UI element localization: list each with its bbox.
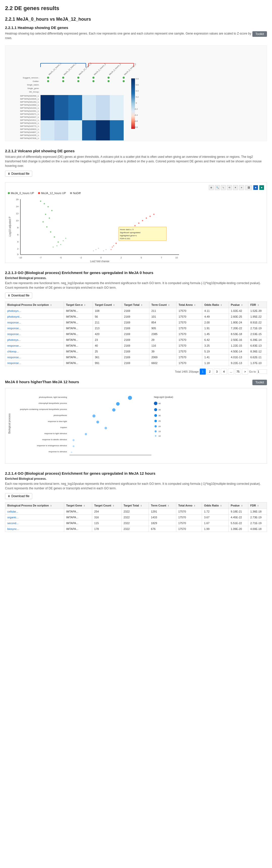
legend-val-n04: -0.4 (134, 114, 138, 116)
page-btn-3[interactable]: 3 (214, 369, 220, 375)
go-down-cell-0-6: 1.72 (202, 509, 229, 515)
go-up-cell-4-0: response... (5, 331, 64, 337)
row-label-15: IMPTAPA(N26773_1- (20, 125, 39, 127)
toolkit-button[interactable]: Toolkit (252, 31, 267, 37)
vp-gray-4 (93, 250, 94, 251)
go-up-cell-7-1: IMTAPA... (64, 349, 93, 354)
vp-gray-2 (98, 248, 99, 249)
page-btn-1[interactable]: 1 (200, 369, 206, 375)
tool-btn-blue[interactable]: ■ (253, 185, 258, 190)
go-down-download-button[interactable]: Download file (5, 493, 32, 499)
legend-item-2: MeJA_12_hours UP (38, 192, 66, 195)
row-label-16: IMPTAPA(N30833_1- (20, 128, 39, 130)
tool-btn-4[interactable]: ⟲ (227, 185, 232, 190)
go-down-cell-0-3: 2322 (122, 509, 149, 515)
go-up-cell-0-7: 1.02E-42 (229, 308, 248, 314)
bp-label-1: chlorophyll biosynthetic process (38, 402, 67, 404)
go-up-cell-7-3: 2169 (122, 349, 149, 354)
dp-dot-8 (73, 445, 74, 447)
volcano-legend: MeJA_0_hours UP MeJA_12_hours UP NoDiff (8, 192, 264, 195)
go-up-cell-5-1: IMTAPA... (64, 337, 93, 343)
tool-btn-1[interactable]: ⊕ (209, 185, 214, 190)
sort-icon-7: ⇕ (241, 304, 243, 306)
go-down-cell-0-7: 9.18E-21 (229, 509, 248, 515)
tool-btn-2[interactable]: 🔍 (215, 185, 220, 190)
go-up-cell-0-2: 108 (93, 308, 122, 314)
y-axis-title: -Log10 adjusted P (8, 217, 11, 237)
col-label-2: MeJA_12_hours_2 (78, 62, 92, 75)
legend-label-nodiff: NoDiff (73, 192, 80, 195)
row-label-1: Outlier- (33, 80, 39, 83)
volcano-download-button[interactable]: Download file (5, 171, 32, 177)
go-down-table-head: Biological Process De scription ⇕ Target… (5, 502, 267, 509)
pagination-total: Total 1465 (175, 370, 188, 373)
heatcell-light-5 (55, 120, 68, 141)
dp-legend-val-15: 15 (159, 430, 161, 433)
go-up-cell-6-7: 1.22E-15 (229, 343, 248, 349)
go-up-download-button[interactable]: Download file (5, 292, 32, 299)
tool-btn-7[interactable]: 🖼 (245, 185, 252, 190)
col-bio-process-d: Biological Process De scription ⇕ (5, 502, 64, 509)
heatmap-svg: Suggest_remove-- Outlier- Single_batch- … (8, 48, 264, 141)
go-up-cell-3-8: 2.71E-19 (248, 326, 267, 331)
dp-dot-1 (116, 402, 120, 406)
tool-btn-5[interactable]: ✕ (233, 185, 238, 190)
heatcell-light-2 (96, 95, 110, 120)
col-target-count: Target Count ⇕ (93, 302, 122, 308)
page-btn-2[interactable]: 2 (207, 369, 213, 375)
dp-legend-dot-35 (154, 408, 157, 411)
tool-btn-6[interactable]: ≡ (239, 185, 244, 190)
legend-dot-up2 (38, 192, 40, 194)
page-btn-next[interactable]: > (242, 369, 248, 375)
dp-legend-val-10: 10 (159, 435, 161, 437)
tool-btn-3[interactable]: ⤡ (221, 185, 226, 190)
go-up-cell-9-1: IMTAPA... (64, 360, 93, 366)
sort-icon-d7: ⇕ (241, 505, 243, 507)
tooltip-text-4: FDR=0.001 (120, 238, 131, 240)
go-up-cell-7-0: chlorop... (5, 349, 64, 354)
go-up-cell-5-2: 23 (93, 337, 122, 343)
row-label-5: IMPTAPA(N62590_1- (20, 95, 39, 97)
go-down-cell-3-3: 2322 (122, 526, 149, 532)
vp-green-10 (44, 203, 45, 205)
y-tick-8: 8- (17, 226, 19, 229)
go-up-header-row: Biological Process De scription ⇕ Target… (5, 302, 267, 308)
go-down-cell-0-8: 1.36E-18 (248, 509, 267, 515)
go-down-cell-1-6: 3.67 (202, 515, 229, 520)
go-up-cell-1-1: IMTAPA... (64, 314, 93, 320)
volcano-title: 2.2.1.2 Volcano plot showing DE genes (5, 149, 267, 153)
col-label-1: MeJA_12_hours_1 (63, 62, 77, 75)
col-odds-ratio: Odds Ratio ⇕ (202, 302, 229, 308)
legend-dot-nodiff (70, 192, 72, 194)
bp-label-2: porphyrin-containing compound biosynthet… (20, 408, 67, 410)
go-down-cell-3-5: 17570 (176, 526, 202, 532)
y-tick-0: 0- (17, 253, 19, 256)
go-up-cell-9-5: 17570 (176, 360, 202, 366)
go-up-cell-6-8: 6.83E-13 (248, 343, 267, 349)
x-tick-n5: -5 (60, 256, 62, 259)
dp-legend-dot-15 (155, 430, 157, 432)
page-btn-4[interactable]: 4 (221, 369, 227, 375)
vp-red-6 (135, 225, 136, 226)
heatmap-header: Toolkit Heatmap showing top selected dif… (5, 31, 267, 43)
goto-input[interactable] (257, 369, 267, 374)
tool-btn-teal[interactable]: ■ (259, 185, 264, 190)
go-up-cell-1-6: 4.49 (202, 314, 229, 320)
legend-val-04: 0.4 (136, 90, 139, 92)
legend-val-0: 0 (136, 102, 137, 104)
go-up-cell-8-1: IMTAPA... (64, 354, 93, 360)
go-up-cell-8-8: 6.62E-11 (248, 354, 267, 360)
bp-label-0: photosynthesis, light harvesting (39, 396, 67, 398)
go-down-cell-0-5: 17570 (176, 509, 202, 515)
dp-dot-9 (71, 452, 72, 453)
row-label-14: IMPTAPA(N16233_1- (20, 122, 39, 124)
go-up-cell-6-0: response... (5, 343, 64, 349)
page-btn-75[interactable]: 75 (235, 369, 241, 375)
go-down-row-0: cellular...IMTAPA...25423221291175701.72… (5, 509, 267, 515)
col-label-5: MeJA_0_hours_3 (124, 63, 136, 75)
dot-out-0 (47, 80, 49, 82)
go-up-cell-8-6: 1.41 (202, 354, 229, 360)
dotplot-toolkit-button[interactable]: Toolkit (252, 380, 267, 385)
row-label-8: IMPTAPA(N23569_1- (20, 104, 39, 106)
sort-icon-d4: ⇕ (168, 505, 169, 507)
